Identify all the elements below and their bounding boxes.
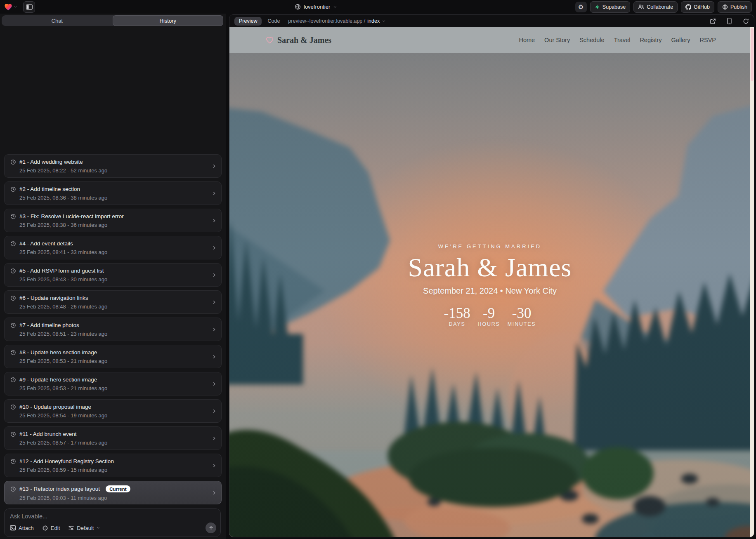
chevron-right-icon bbox=[211, 326, 217, 334]
history-icon bbox=[10, 404, 16, 410]
history-item[interactable]: #13 - Refactor index page layout Current… bbox=[4, 481, 222, 504]
history-item-meta: 25 Feb 2025, 08:53 - 21 minutes ago bbox=[10, 385, 209, 391]
site-nav: HomeOur StoryScheduleTravelRegistryGalle… bbox=[519, 37, 716, 43]
tab-code[interactable]: Code bbox=[267, 18, 280, 24]
history-item[interactable]: #6 - Update navigation links 25 Feb 2025… bbox=[4, 290, 222, 314]
history-item[interactable]: #10 - Update proposal image 25 Feb 2025,… bbox=[4, 399, 222, 423]
history-item-meta: 25 Feb 2025, 08:54 - 19 minutes ago bbox=[10, 412, 209, 419]
history-item-title: #10 - Update proposal image bbox=[19, 404, 91, 410]
settings-button[interactable]: ⚙ bbox=[575, 2, 587, 12]
site-nav-schedule[interactable]: Schedule bbox=[579, 37, 604, 43]
history-item[interactable]: #7 - Add timeline photos 25 Feb 2025, 08… bbox=[4, 318, 222, 341]
history-item-meta: 25 Feb 2025, 08:38 - 36 minutes ago bbox=[10, 222, 209, 228]
hero-section: WE'RE GETTING MARRIED Sarah & James Sept… bbox=[229, 240, 750, 327]
chevron-right-icon bbox=[211, 462, 217, 471]
history-item-title: #2 - Add timeline section bbox=[19, 186, 80, 192]
site-nav-travel[interactable]: Travel bbox=[614, 37, 631, 43]
panel-left-icon bbox=[26, 4, 33, 10]
history-item[interactable]: #1 - Add wedding website 25 Feb 2025, 08… bbox=[4, 154, 222, 178]
history-item-meta: 25 Feb 2025, 08:57 - 17 minutes ago bbox=[10, 440, 209, 446]
preview-toolbar: Preview Code preview--lovefrontier.lovab… bbox=[229, 15, 754, 27]
mode-select[interactable]: Default bbox=[68, 525, 100, 531]
top-bar: lovefrontier ⚙ Supabase Collaborate bbox=[0, 0, 756, 14]
countdown-value: -9 bbox=[477, 306, 501, 321]
history-item-meta: 25 Feb 2025, 08:41 - 33 minutes ago bbox=[10, 249, 209, 255]
project-selector[interactable]: lovefrontier bbox=[295, 0, 337, 14]
sidebar-toggle-button[interactable] bbox=[23, 1, 35, 13]
history-icon bbox=[10, 186, 16, 192]
chevron-right-icon bbox=[211, 245, 217, 253]
history-item[interactable]: #8 - Update hero section image 25 Feb 20… bbox=[4, 345, 222, 368]
history-item-meta: 25 Feb 2025, 09:03 - 11 minutes ago bbox=[10, 495, 209, 501]
preview-url[interactable]: preview--lovefrontier.lovable.app / inde… bbox=[288, 18, 386, 24]
attach-button[interactable]: Attach bbox=[10, 525, 34, 531]
history-icon bbox=[10, 241, 16, 247]
site-preview: Sarah & James HomeOur StoryScheduleTrave… bbox=[229, 27, 754, 537]
history-item[interactable]: #3 - Fix: Resolve Lucide-react import er… bbox=[4, 209, 222, 232]
refresh-icon[interactable] bbox=[743, 18, 749, 24]
history-icon bbox=[10, 268, 16, 274]
hero-title: Sarah & James bbox=[229, 253, 750, 282]
history-item-meta: 25 Feb 2025, 08:36 - 38 minutes ago bbox=[10, 195, 209, 201]
site-scrollbar[interactable] bbox=[750, 27, 754, 537]
arrow-up-icon bbox=[208, 525, 214, 531]
hero-eyebrow: WE'RE GETTING MARRIED bbox=[229, 243, 750, 249]
preview-url-page: index bbox=[367, 18, 380, 24]
site-logo[interactable]: Sarah & James bbox=[266, 35, 331, 45]
chevron-right-icon bbox=[211, 381, 217, 389]
lovable-heart-icon bbox=[4, 3, 12, 11]
chat-composer[interactable]: Ask Lovable... Attach Edit bbox=[4, 508, 221, 537]
site-scrollbar-thumb[interactable] bbox=[751, 28, 754, 81]
chevron-right-icon bbox=[211, 353, 217, 362]
countdown-column: -30 MINUTES bbox=[508, 306, 536, 327]
site-logo-text: Sarah & James bbox=[277, 35, 331, 45]
history-item[interactable]: #4 - Add event details 25 Feb 2025, 08:4… bbox=[4, 236, 222, 259]
history-icon bbox=[10, 486, 16, 492]
history-icon bbox=[10, 159, 16, 165]
site-nav-registry[interactable]: Registry bbox=[640, 37, 662, 43]
history-item[interactable]: #11 - Add brunch event 25 Feb 2025, 08:5… bbox=[4, 426, 222, 450]
site-nav-our-story[interactable]: Our Story bbox=[544, 37, 570, 43]
chevron-right-icon bbox=[211, 408, 217, 416]
edit-button[interactable]: Edit bbox=[42, 525, 60, 531]
history-item-meta: 25 Feb 2025, 08:59 - 15 minutes ago bbox=[10, 467, 209, 473]
send-button[interactable] bbox=[206, 523, 216, 533]
sidebar-tabs: Chat History bbox=[2, 15, 223, 26]
history-item-title: #4 - Add event details bbox=[19, 240, 73, 247]
site-nav-gallery[interactable]: Gallery bbox=[671, 37, 690, 43]
tab-preview[interactable]: Preview bbox=[234, 17, 262, 26]
site-nav-rsvp[interactable]: RSVP bbox=[700, 37, 716, 43]
history-list: #1 - Add wedding website 25 Feb 2025, 08… bbox=[4, 154, 222, 504]
chevron-right-icon bbox=[211, 272, 217, 280]
topbar-actions: ⚙ Supabase Collaborate GitHub bbox=[575, 1, 752, 13]
tab-chat[interactable]: Chat bbox=[2, 15, 113, 26]
chevron-down-icon bbox=[96, 526, 100, 530]
history-item-title: #7 - Add timeline photos bbox=[19, 322, 79, 328]
chevron-right-icon bbox=[211, 435, 217, 443]
github-icon bbox=[685, 4, 691, 10]
site-nav-home[interactable]: Home bbox=[519, 37, 535, 43]
composer-input[interactable]: Ask Lovable... bbox=[10, 513, 47, 520]
history-item-meta: 25 Feb 2025, 08:51 - 23 minutes ago bbox=[10, 331, 209, 337]
project-name: lovefrontier bbox=[304, 4, 330, 10]
lovable-logo-menu[interactable] bbox=[4, 3, 17, 11]
sliders-icon bbox=[68, 525, 74, 531]
history-item-meta: 25 Feb 2025, 08:22 - 52 minutes ago bbox=[10, 167, 209, 174]
history-item-meta: 25 Feb 2025, 08:53 - 21 minutes ago bbox=[10, 358, 209, 364]
github-button[interactable]: GitHub bbox=[681, 1, 714, 13]
collaborate-button[interactable]: Collaborate bbox=[633, 1, 678, 13]
mobile-view-icon[interactable] bbox=[727, 18, 732, 24]
tab-history[interactable]: History bbox=[113, 15, 224, 26]
history-item[interactable]: #5 - Add RSVP form and guest list 25 Feb… bbox=[4, 263, 222, 287]
history-icon bbox=[10, 322, 16, 328]
history-item[interactable]: #2 - Add timeline section 25 Feb 2025, 0… bbox=[4, 181, 222, 205]
chevron-right-icon bbox=[211, 490, 217, 498]
publish-button[interactable]: Publish bbox=[718, 1, 752, 13]
supabase-button[interactable]: Supabase bbox=[590, 1, 630, 13]
open-external-icon[interactable] bbox=[710, 18, 716, 24]
countdown-label: MINUTES bbox=[508, 321, 536, 327]
history-item[interactable]: #9 - Update hero section image 25 Feb 20… bbox=[4, 372, 222, 395]
countdown-column: -158 DAYS bbox=[444, 306, 470, 327]
history-item[interactable]: #12 - Add Honeyfund Registry Section 25 … bbox=[4, 454, 222, 477]
countdown-label: DAYS bbox=[444, 321, 470, 327]
